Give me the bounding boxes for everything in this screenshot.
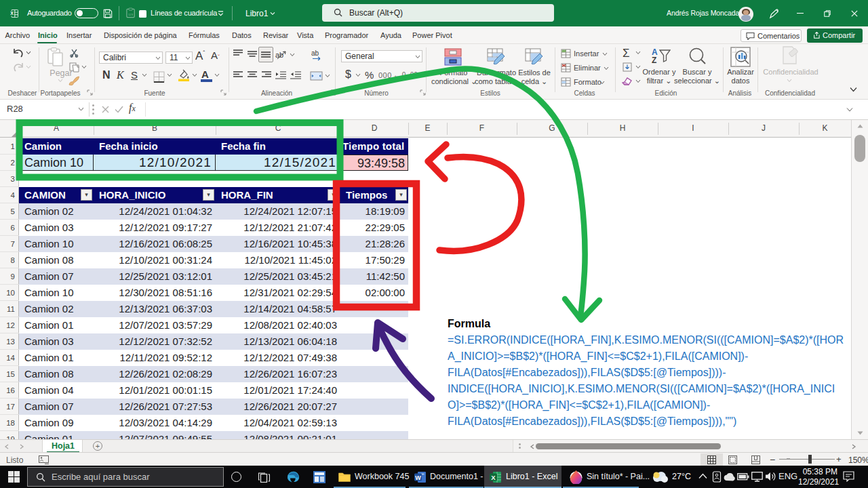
svg-text:X: X: [10, 11, 14, 16]
svg-text:ab: ab: [311, 49, 319, 57]
svg-text:W: W: [415, 474, 421, 481]
svg-text:ab: ab: [275, 51, 283, 59]
svg-text:123: 123: [128, 13, 134, 16]
svg-text:X: X: [491, 474, 496, 481]
